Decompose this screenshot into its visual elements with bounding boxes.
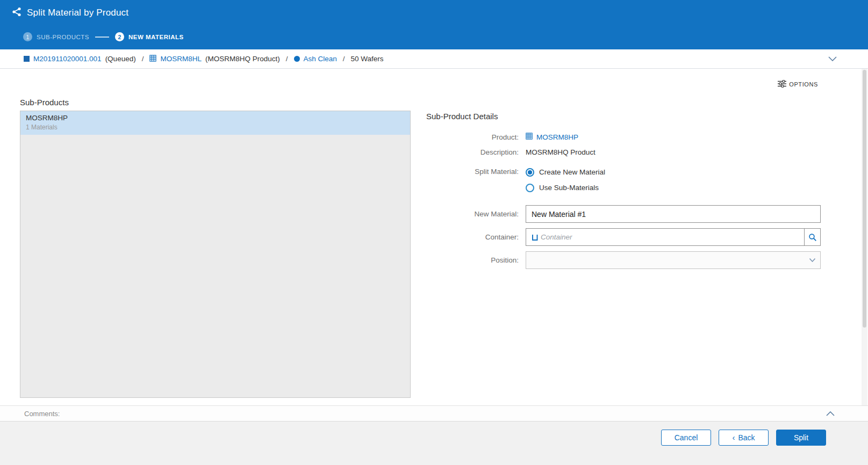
position-select[interactable] bbox=[526, 251, 821, 269]
description-row: Description: MOSRM8HQ Product bbox=[426, 144, 821, 159]
new-material-input[interactable] bbox=[526, 205, 821, 223]
comments-collapse-button[interactable] bbox=[826, 411, 835, 416]
container-search-button[interactable] bbox=[804, 229, 820, 245]
subproduct-name: MOSRM8HP bbox=[26, 114, 405, 122]
breadcrumb-material-state: (Queued) bbox=[105, 55, 136, 63]
subproducts-title: Sub-Products bbox=[20, 98, 411, 107]
breadcrumb-quantity: 50 Wafers bbox=[351, 55, 384, 63]
breadcrumb-separator: / bbox=[142, 55, 144, 63]
options-sliders-icon bbox=[778, 80, 786, 89]
radio-use-label: Use Sub-Materials bbox=[539, 184, 599, 192]
material-square-icon bbox=[24, 56, 30, 62]
new-material-row: New Material: bbox=[426, 205, 821, 223]
chevron-down-icon bbox=[828, 56, 837, 61]
step-1-circle: 1 bbox=[23, 32, 32, 41]
container-row: Container: bbox=[426, 228, 821, 246]
radio-create-new-material[interactable]: Create New Material bbox=[526, 164, 605, 180]
step-new-materials[interactable]: 2 NEW MATERIALS bbox=[115, 32, 184, 41]
scrollbar-thumb[interactable] bbox=[863, 70, 866, 328]
caret-down-icon bbox=[809, 258, 820, 262]
split-material-dialog: Split Material by Product 1 SUB-PRODUCTS… bbox=[0, 0, 868, 465]
main-content: OPTIONS Sub-Products MOSRM8HP 1 Material… bbox=[0, 69, 868, 405]
breadcrumb-step: Ash Clean bbox=[294, 55, 337, 63]
radio-create-label: Create New Material bbox=[539, 168, 605, 176]
split-button-label: Split bbox=[794, 433, 808, 442]
step-sub-products[interactable]: 1 SUB-PRODUCTS bbox=[23, 32, 89, 41]
container-field bbox=[526, 228, 821, 246]
product-row: Product: MOSRM8HP bbox=[426, 129, 821, 144]
breadcrumb-separator: / bbox=[286, 55, 288, 63]
step-1-label: SUB-PRODUCTS bbox=[37, 34, 89, 40]
back-button-label: Back bbox=[738, 433, 755, 442]
container-input[interactable] bbox=[541, 229, 804, 245]
breadcrumb-expand-button[interactable] bbox=[828, 56, 837, 61]
chevron-left-icon: ‹ bbox=[732, 433, 735, 441]
step-2-circle: 2 bbox=[115, 32, 124, 41]
split-material-label: Split Material: bbox=[426, 168, 526, 176]
breadcrumb: M201911020001.001 (Queued) / MOSRM8HL (M… bbox=[0, 49, 868, 69]
subproduct-materials-count: 1 Materials bbox=[26, 123, 405, 131]
product-grid-icon bbox=[526, 133, 533, 141]
description-label: Description: bbox=[426, 148, 526, 156]
subproducts-list: MOSRM8HP 1 Materials bbox=[20, 111, 411, 398]
details-title: Sub-Product Details bbox=[426, 112, 821, 121]
comments-bar: Comments: bbox=[0, 405, 868, 421]
subproduct-row[interactable]: MOSRM8HP 1 Materials bbox=[20, 111, 410, 135]
wizard-steps: 1 SUB-PRODUCTS 2 NEW MATERIALS bbox=[23, 32, 184, 41]
details-panel: Sub-Product Details Product: MOSRM8HP De… bbox=[426, 112, 821, 269]
container-label: Container: bbox=[426, 233, 526, 241]
back-button[interactable]: ‹ Back bbox=[719, 430, 769, 446]
breadcrumb-step-link[interactable]: Ash Clean bbox=[304, 55, 337, 63]
product-grid-icon bbox=[149, 55, 156, 63]
title-row: Split Material by Product bbox=[12, 7, 128, 19]
breadcrumb-product-link[interactable]: MOSRM8HL bbox=[160, 55, 202, 63]
product-label: Product: bbox=[426, 133, 526, 141]
cancel-button-label: Cancel bbox=[675, 433, 698, 442]
radio-selected-icon bbox=[526, 168, 534, 177]
new-material-label: New Material: bbox=[426, 210, 526, 218]
split-share-icon bbox=[12, 7, 21, 19]
breadcrumb-material: M201911020001.001 (Queued) bbox=[24, 55, 136, 63]
cancel-button[interactable]: Cancel bbox=[661, 430, 711, 446]
position-row: Position: bbox=[426, 251, 821, 269]
step-dot-icon bbox=[294, 56, 300, 62]
step-2-label: NEW MATERIALS bbox=[128, 34, 184, 40]
footer-bar: Cancel ‹ Back Split bbox=[0, 421, 868, 465]
breadcrumb-product-desc: (MOSRM8HQ Product) bbox=[205, 55, 280, 63]
options-button[interactable]: OPTIONS bbox=[778, 80, 818, 89]
position-label: Position: bbox=[426, 256, 526, 264]
container-box-icon bbox=[526, 234, 541, 241]
search-icon bbox=[808, 233, 817, 242]
step-connector-line bbox=[95, 37, 109, 38]
subproducts-panel: Sub-Products MOSRM8HP 1 Materials bbox=[20, 98, 411, 398]
page-title: Split Material by Product bbox=[27, 8, 128, 18]
breadcrumb-separator: / bbox=[343, 55, 345, 63]
breadcrumb-material-link[interactable]: M201911020001.001 bbox=[33, 55, 102, 63]
options-label: OPTIONS bbox=[789, 81, 818, 88]
product-link[interactable]: MOSRM8HP bbox=[536, 133, 578, 141]
split-material-row: Split Material: Create New Material Use … bbox=[426, 164, 821, 195]
vertical-scrollbar[interactable] bbox=[862, 69, 867, 405]
breadcrumb-product: MOSRM8HL (MOSRM8HQ Product) bbox=[149, 55, 279, 63]
split-button[interactable]: Split bbox=[776, 430, 826, 446]
radio-unselected-icon bbox=[526, 184, 534, 192]
radio-use-sub-materials[interactable]: Use Sub-Materials bbox=[526, 180, 605, 195]
comments-label: Comments: bbox=[24, 410, 60, 418]
description-value: MOSRM8HQ Product bbox=[526, 148, 596, 156]
header-bar: Split Material by Product 1 SUB-PRODUCTS… bbox=[0, 0, 868, 49]
chevron-up-icon bbox=[826, 411, 835, 416]
